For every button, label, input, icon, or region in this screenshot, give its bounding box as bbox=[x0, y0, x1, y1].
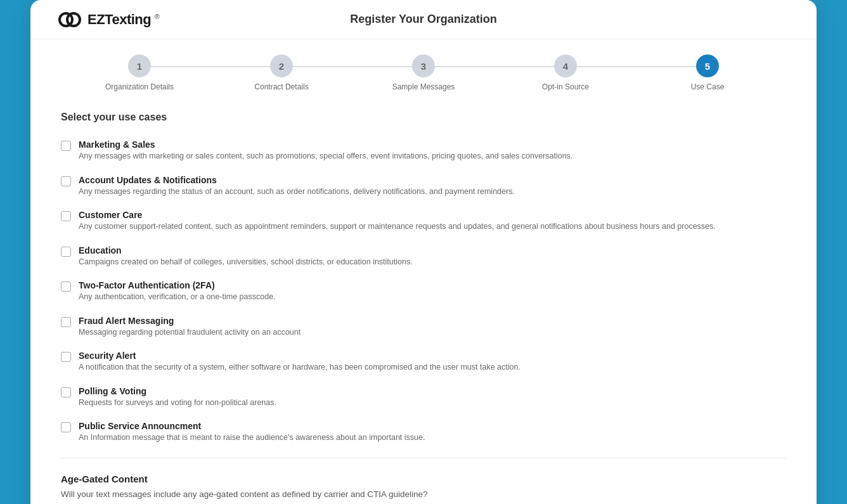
use-case-name-3: Education bbox=[79, 245, 413, 255]
header-title: Register Your Organization bbox=[350, 13, 496, 26]
use-case-desc-4: Any authentication, verification, or a o… bbox=[79, 292, 276, 303]
age-gated-title: Age-Gated Content bbox=[61, 474, 786, 484]
use-case-desc-1: Any messages regarding the status of an … bbox=[79, 186, 515, 198]
use-case-list: Marketing & SalesAny messages with marke… bbox=[61, 133, 786, 450]
step-item-2: 2Contract Details bbox=[210, 55, 352, 91]
logo: EZTexting ® bbox=[56, 6, 160, 34]
use-case-desc-8: An Information message that is meant to … bbox=[79, 432, 425, 444]
use-case-item: Account Updates & NotificationsAny messa… bbox=[61, 169, 786, 204]
use-case-desc-3: Campaigns created on behalf of colleges,… bbox=[79, 257, 413, 268]
step-item-1: 1Organization Details bbox=[68, 55, 210, 91]
logo-text: EZTexting bbox=[87, 11, 151, 28]
age-gated-question: Will your text messages include any age-… bbox=[61, 489, 786, 499]
main-content: Select your use cases Marketing & SalesA… bbox=[30, 101, 817, 504]
step-item-4: 4Opt-in Source bbox=[495, 55, 637, 91]
use-case-checkbox-8[interactable] bbox=[61, 422, 71, 432]
use-case-name-6: Security Alert bbox=[79, 351, 520, 361]
step-label-2: Contract Details bbox=[254, 82, 308, 91]
use-case-checkbox-5[interactable] bbox=[61, 317, 71, 327]
main-card: EZTexting ® Register Your Organization 1… bbox=[30, 0, 817, 504]
use-case-name-4: Two-Factor Authentication (2FA) bbox=[79, 280, 276, 290]
step-circle-4: 4 bbox=[554, 55, 577, 77]
use-case-desc-5: Messaging regarding potential fraudulent… bbox=[79, 327, 301, 339]
use-case-desc-2: Any customer support-related content, su… bbox=[79, 221, 716, 233]
use-case-checkbox-7[interactable] bbox=[61, 387, 71, 397]
age-gated-section: Age-Gated Content Will your text message… bbox=[61, 466, 786, 505]
step-circle-2: 2 bbox=[270, 55, 293, 77]
use-case-item: Marketing & SalesAny messages with marke… bbox=[61, 133, 786, 169]
use-case-checkbox-3[interactable] bbox=[61, 247, 71, 257]
step-label-4: Opt-in Source bbox=[542, 82, 589, 91]
step-label-5: Use Case bbox=[691, 82, 725, 91]
use-case-item: Fraud Alert MessagingMessaging regarding… bbox=[61, 309, 786, 345]
use-case-checkbox-0[interactable] bbox=[61, 141, 71, 151]
use-case-checkbox-1[interactable] bbox=[61, 176, 71, 186]
use-case-name-8: Public Service Announcment bbox=[79, 421, 425, 431]
use-case-item: Polling & VotingRequests for surveys and… bbox=[61, 380, 786, 415]
use-case-desc-0: Any messages with marketing or sales con… bbox=[79, 151, 572, 162]
logo-icon bbox=[56, 6, 84, 34]
stepper: 1Organization Details2Contract Details3S… bbox=[30, 39, 817, 101]
section-title: Select your use cases bbox=[61, 112, 786, 123]
use-case-name-7: Polling & Voting bbox=[79, 386, 276, 396]
use-case-desc-7: Requests for surveys and voting for non-… bbox=[79, 397, 276, 409]
divider bbox=[61, 458, 786, 458]
step-circle-5: 5 bbox=[696, 55, 719, 77]
step-item-5: 5Use Case bbox=[637, 55, 779, 91]
use-case-desc-6: A notification that the security of a sy… bbox=[79, 362, 520, 373]
use-case-name-5: Fraud Alert Messaging bbox=[79, 316, 301, 326]
use-case-name-0: Marketing & Sales bbox=[79, 139, 572, 150]
use-case-name-1: Account Updates & Notifications bbox=[79, 175, 515, 185]
step-circle-1: 1 bbox=[128, 55, 151, 77]
use-case-item: EducationCampaigns created on behalf of … bbox=[61, 239, 786, 275]
use-case-checkbox-2[interactable] bbox=[61, 211, 71, 221]
use-case-name-2: Customer Care bbox=[79, 210, 716, 220]
use-case-item: Two-Factor Authentication (2FA)Any authe… bbox=[61, 274, 786, 309]
step-label-1: Organization Details bbox=[105, 82, 174, 91]
step-label-3: Sample Messages bbox=[392, 82, 455, 91]
header: EZTexting ® Register Your Organization bbox=[30, 0, 817, 39]
use-case-checkbox-6[interactable] bbox=[61, 352, 71, 362]
use-case-item: Public Service AnnouncmentAn Information… bbox=[61, 415, 786, 450]
use-case-item: Security AlertA notification that the se… bbox=[61, 344, 786, 380]
use-case-checkbox-4[interactable] bbox=[61, 281, 71, 292]
step-item-3: 3Sample Messages bbox=[352, 55, 495, 91]
use-case-item: Customer CareAny customer support-relate… bbox=[61, 204, 786, 239]
step-circle-3: 3 bbox=[412, 55, 435, 77]
